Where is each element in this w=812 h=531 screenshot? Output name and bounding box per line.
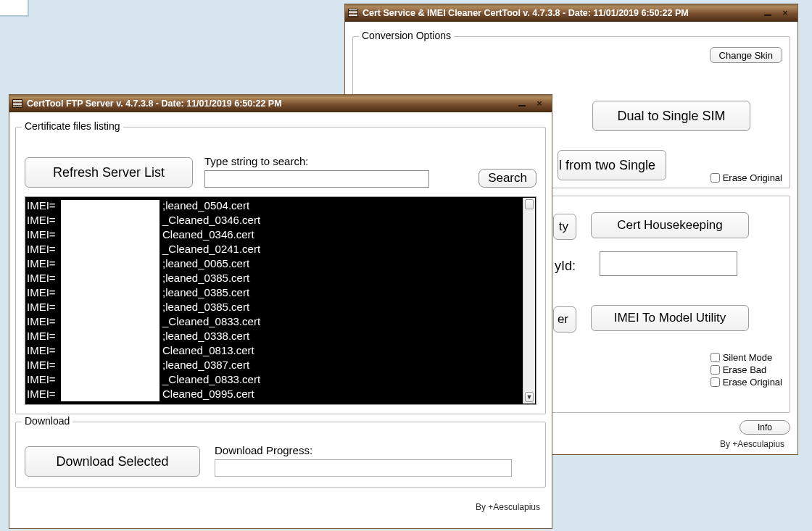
cert-filename-suffix: ;leaned_0385.cert — [161, 271, 249, 285]
scrollbar[interactable]: ▼ — [523, 198, 535, 404]
minimize-icon[interactable] — [517, 99, 527, 109]
app-icon — [12, 99, 22, 108]
imei-to-model-utility-button[interactable]: IMEI To Model Utility — [591, 305, 749, 331]
cert-filename-suffix: _Cleaned_0346.cert — [161, 213, 260, 227]
imei-prefix: IMEI= — [27, 343, 62, 358]
group-legend-download: Download — [22, 415, 72, 427]
cert-filename-suffix: ;leaned_0385.cert — [161, 285, 249, 300]
cert-file-listbox[interactable]: IMEI=;leaned_0504.certIMEI=_Cleaned_0346… — [25, 196, 536, 405]
imei-prefix: IMEI= — [27, 387, 62, 401]
key-id-label-partial: yId: — [555, 259, 576, 274]
imei-prefix: IMEI= — [27, 300, 62, 314]
imei-prefix: IMEI= — [27, 372, 62, 387]
cert-filename-suffix: ;leaned_0338.cert — [161, 329, 249, 343]
scrollbar-thumb[interactable] — [525, 199, 534, 209]
group-legend-conversion: Conversion Options — [359, 30, 454, 41]
download-progress-bar — [215, 459, 512, 477]
group-download: Download Download Selected Download Prog… — [15, 422, 546, 488]
search-label: Type string to search: — [204, 155, 467, 167]
window-title-cert-service: Cert Service & IMEI Cleaner CertTool v. … — [362, 8, 763, 18]
minimize-icon[interactable] — [763, 8, 773, 18]
cert-filename-suffix: Cleaned_0346.cert — [161, 227, 254, 242]
cert-filename-suffix: Cleaned_0995.cert — [161, 387, 254, 401]
imei-prefix: IMEI= — [27, 329, 62, 343]
cert-filename-suffix: Cleaned_0813.cert — [161, 343, 254, 358]
partial-ty-button[interactable]: ty — [553, 214, 576, 240]
dual-to-single-sim-button[interactable]: Dual to Single SIM — [592, 101, 750, 131]
close-icon[interactable]: × — [534, 99, 544, 109]
app-icon — [348, 9, 358, 17]
cert-filename-suffix: ;leaned_0387.cert — [161, 358, 249, 372]
imei-redaction-mask — [59, 198, 161, 403]
ftp-server-window: CertTool FTP Server v. 4.7.3.8 - Date: 1… — [9, 94, 552, 529]
imei-prefix: IMEI= — [27, 213, 62, 227]
imei-prefix: IMEI= — [27, 198, 62, 213]
change-skin-button[interactable]: Change Skin — [710, 47, 782, 63]
group-certificate-files: Certificate files listing Refresh Server… — [15, 127, 546, 414]
erase-original-input-bottom[interactable] — [710, 377, 720, 387]
from-two-single-button-partial[interactable]: l from two Single — [558, 150, 666, 180]
cert-filename-suffix: _Cleaned_0833.cert — [161, 372, 260, 387]
info-button[interactable]: Info — [740, 420, 790, 435]
silent-mode-checkbox[interactable]: Silent Mode — [710, 352, 773, 363]
erase-original-checkbox-bottom[interactable]: Erase Original — [710, 377, 782, 388]
erase-bad-checkbox[interactable]: Erase Bad — [710, 364, 767, 375]
download-progress-label: Download Progress: — [215, 444, 536, 456]
download-selected-button[interactable]: Download Selected — [25, 446, 200, 477]
imei-prefix: IMEI= — [27, 358, 62, 372]
search-button[interactable]: Search — [478, 169, 536, 188]
cert-filename-suffix: _Cleaned_0833.cert — [161, 314, 260, 329]
erase-original-checkbox-top[interactable]: Erase Original — [710, 172, 782, 183]
imei-prefix: IMEI= — [27, 285, 62, 300]
partial-er-button[interactable]: er — [553, 306, 576, 333]
key-id-input[interactable] — [600, 251, 737, 276]
scroll-down-icon[interactable]: ▼ — [525, 392, 534, 402]
titlebar-ftp[interactable]: CertTool FTP Server v. 4.7.3.8 - Date: 1… — [9, 95, 552, 112]
signature-front: By +Aesculapius — [15, 502, 546, 512]
imei-prefix: IMEI= — [27, 256, 62, 271]
imei-prefix: IMEI= — [27, 227, 62, 242]
cert-housekeeping-button[interactable]: Cert Housekeeping — [591, 212, 749, 238]
search-input[interactable] — [204, 170, 429, 188]
group-legend-listing: Certificate files listing — [22, 120, 123, 132]
close-icon[interactable]: × — [780, 8, 790, 18]
window-title-ftp: CertTool FTP Server v. 4.7.3.8 - Date: 1… — [27, 99, 517, 109]
imei-prefix: IMEI= — [27, 314, 62, 329]
cert-filename-suffix: ;leaned_0065.cert — [161, 256, 249, 271]
erase-original-input-top[interactable] — [710, 173, 720, 183]
erase-bad-input[interactable] — [710, 365, 720, 375]
titlebar-cert-service[interactable]: Cert Service & IMEI Cleaner CertTool v. … — [345, 4, 798, 22]
cert-filename-suffix: ;leaned_0504.cert — [161, 198, 249, 213]
desktop-corner-decor — [0, 0, 29, 17]
imei-prefix: IMEI= — [27, 242, 62, 256]
refresh-server-list-button[interactable]: Refresh Server List — [25, 157, 193, 188]
imei-prefix: IMEI= — [27, 271, 62, 285]
cert-filename-suffix: ;leaned_0385.cert — [161, 300, 249, 314]
silent-mode-input[interactable] — [710, 353, 720, 362]
cert-filename-suffix: _Cleaned_0241.cert — [161, 242, 260, 256]
